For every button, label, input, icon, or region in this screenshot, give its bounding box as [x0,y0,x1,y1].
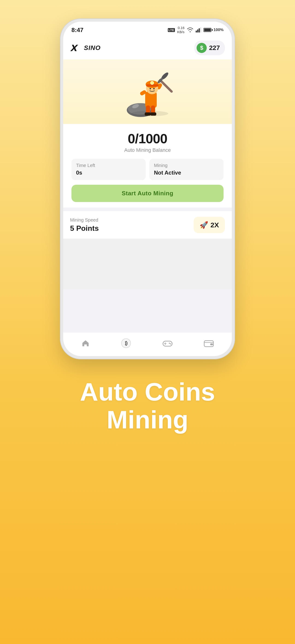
speed-value: 5 Points [70,224,99,233]
battery-percent: 100% [214,28,223,32]
app-header: 𝗫 SINO $ 227 [63,36,232,60]
phone-screen: 8:47 LTE 0.16 KB/s [63,22,232,356]
svg-rect-12 [150,112,156,116]
mining-balance-number: 0/1000 [72,131,223,146]
x-logo-icon: 𝗫 [70,43,83,52]
kb-speed: 0.16 KB/s [177,26,185,34]
nav-games[interactable] [158,337,177,350]
svg-rect-34 [210,344,213,345]
bottom-title-line1: Auto Coins [80,378,215,406]
svg-point-31 [169,343,170,344]
svg-rect-0 [196,31,197,32]
mining-status-value: Not Active [154,170,219,176]
speed-card: Mining Speed 5 Points 🚀 2X [63,211,232,238]
logo-area: 𝗫 SINO [70,43,101,52]
signal-icon [196,28,201,32]
bottom-nav: ₿ [63,332,232,356]
dollar-icon: $ [197,43,207,53]
boost-label: 2X [210,221,219,229]
bottom-text-area: Auto Coins Mining [80,378,215,434]
svg-rect-11 [145,112,151,116]
wifi-icon [187,28,193,32]
mining-balance-label: Auto Mining Balance [72,147,223,153]
svg-text:₿: ₿ [125,340,127,346]
stats-card: 0/1000 Auto Mining Balance Time Left 0s … [63,124,232,208]
nav-home[interactable] [77,337,95,350]
mining-illustration [63,60,232,124]
gray-content-area [63,238,232,289]
start-mining-button[interactable]: Start Auto Mining [72,185,223,202]
svg-point-32 [170,344,171,344]
speed-info: Mining Speed 5 Points [70,218,99,233]
mining-balance-area: 0/1000 Auto Mining Balance [72,131,223,153]
gamepad-icon [162,339,173,348]
svg-rect-3 [200,28,201,32]
miner-svg [122,64,173,119]
svg-text:𝗫: 𝗫 [70,43,78,52]
rocket-icon: 🚀 [200,221,208,229]
nav-wallet[interactable] [199,337,218,350]
stats-row: Time Left 0s Mining Not Active [72,159,223,180]
main-content: 0/1000 Auto Mining Balance Time Left 0s … [63,60,232,332]
status-right-icons: LTE 0.16 KB/s [168,26,223,34]
svg-point-20 [150,88,151,89]
header-balance: 227 [209,44,220,52]
svg-point-19 [151,82,153,84]
svg-rect-2 [199,28,200,32]
time-left-box: Time Left 0s [72,159,146,180]
home-icon [81,339,90,348]
svg-point-21 [153,88,155,89]
mining-label: Mining [154,163,219,168]
wallet-icon [204,339,214,348]
svg-rect-1 [197,30,198,32]
nav-mining[interactable]: ₿ [116,336,136,350]
boost-badge[interactable]: 🚀 2X [194,217,225,233]
status-time: 8:47 [72,26,83,34]
phone-shell: 8:47 LTE 0.16 KB/s [60,18,235,359]
lte-icon: LTE [168,28,175,32]
bitcoin-cloud-icon: ₿ [121,338,131,348]
bottom-title-line2: Mining [80,406,215,434]
logo-text: SINO [84,44,101,52]
speed-label: Mining Speed [70,218,99,223]
time-left-label: Time Left [76,163,141,168]
time-left-value: 0s [76,170,141,176]
mining-status-box: Mining Not Active [149,159,223,180]
balance-badge: $ 227 [194,40,225,55]
battery-icon: 100% [203,28,223,32]
status-bar: 8:47 LTE 0.16 KB/s [63,22,232,36]
